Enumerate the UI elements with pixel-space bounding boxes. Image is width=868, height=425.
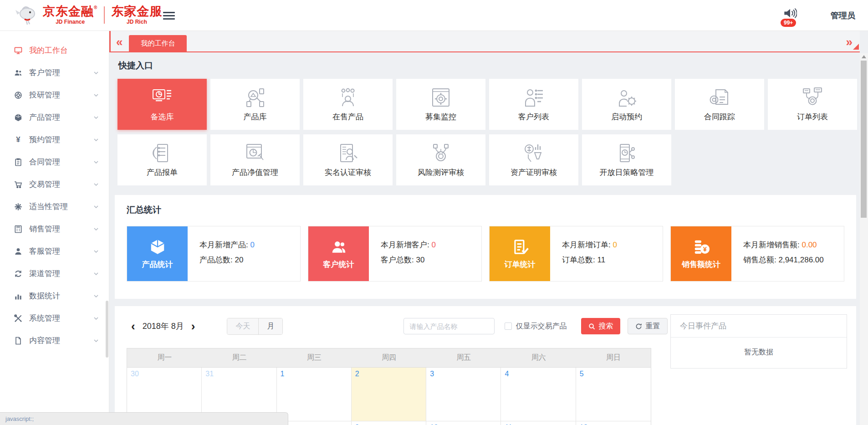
sidebar-item-trade-mgmt[interactable]: 交易管理 (0, 173, 109, 195)
nav-management-icon (243, 143, 267, 164)
stat-line1-value: 0 (250, 241, 254, 249)
stat-line2-label: 客户总数: (381, 256, 414, 264)
sidebar-toggle-button[interactable] (163, 10, 175, 20)
stat-line2-value: 2,941,286.00 (778, 256, 823, 264)
tile-on-sale-products[interactable]: 在售产品 (303, 79, 393, 130)
share-icon (14, 269, 23, 278)
weekday-header: 周三 (277, 348, 352, 367)
tile-risk-assessment-audit[interactable]: 风险测评审核 (396, 134, 485, 185)
weekday-header: 周五 (426, 348, 501, 367)
stat-line2-label: 订单总数: (562, 256, 595, 264)
tile-customer-list[interactable]: 客户列表 (489, 79, 578, 130)
tabs-scroll-left-button[interactable]: « (111, 36, 129, 51)
stat-card-products[interactable]: 产品统计 本月新增产品: 0 产品总数: 20 (127, 226, 301, 282)
today-events-panel: 今日事件产品 暂无数据 (670, 314, 847, 369)
stat-line2-value: 30 (416, 256, 424, 264)
stat-card-label: 销售额统计 (682, 259, 720, 270)
sidebar-item-data-statistics[interactable]: 数据统计 (0, 285, 109, 307)
prev-month-button[interactable]: ‹ (127, 319, 140, 333)
calendar-day-cell[interactable]: 12 (576, 421, 651, 425)
chevron-down-icon (93, 293, 99, 299)
refresh-icon (635, 323, 642, 330)
weekday-header: 周二 (202, 348, 276, 367)
tab-workbench[interactable]: 我的工作台 (129, 35, 187, 51)
file-icon (14, 336, 23, 345)
checkbox-box[interactable] (505, 323, 512, 330)
scrollbar-thumb[interactable] (861, 61, 867, 218)
real-name-audit-icon (336, 143, 360, 164)
start-reservation-icon (615, 87, 638, 108)
search-button[interactable]: 搜索 (581, 318, 620, 334)
calendar-day-cell[interactable]: 9 (352, 421, 426, 425)
sidebar-item-contract-mgmt[interactable]: 合同管理 (0, 151, 109, 173)
sidebar-item-content-mgmt[interactable]: 内容管理 (0, 329, 109, 352)
sidebar-item-label: 我的工作台 (29, 45, 99, 56)
chevron-down-icon (93, 316, 99, 321)
fundraising-monitor-icon (429, 87, 453, 108)
main-scrollbar[interactable] (860, 53, 868, 425)
tile-order-list[interactable]: 订单列表 (768, 79, 857, 130)
stat-line2-value: 11 (597, 256, 605, 264)
scrollbar-up-arrow[interactable] (862, 55, 866, 58)
stat-line2-label: 销售总额: (743, 256, 776, 264)
calendar-day-cell[interactable]: 10 (426, 421, 501, 425)
stat-card-label: 产品统计 (142, 259, 173, 270)
quick-entry-section: 快捷入口 备选库 产品库 在售产品 募集监控 客户列表 (117, 57, 856, 185)
next-month-button[interactable]: › (187, 319, 200, 333)
reset-button-label: 重置 (645, 322, 660, 331)
sidebar-item-reservation-mgmt[interactable]: ¥ 预约管理 (0, 128, 109, 151)
stat-card-sales[interactable]: ¥ 销售额统计 本月新增销售额: 0.00 销售总额: 2,941,286.00 (670, 226, 844, 282)
trade-products-only-checkbox[interactable]: 仅显示交易产品 (505, 322, 567, 331)
person-icon (14, 247, 23, 256)
calendar-day-cell[interactable]: 5 (576, 368, 651, 421)
tile-real-name-audit[interactable]: 实名认证审核 (303, 134, 393, 185)
sidebar-item-label: 渠道管理 (29, 268, 93, 279)
stat-card-label: 订单统计 (505, 259, 536, 270)
sidebar-item-sales-mgmt[interactable]: 销售管理 (0, 218, 109, 240)
bar-chart-icon (14, 292, 23, 301)
sidebar-item-service-mgmt[interactable]: 客服管理 (0, 240, 109, 262)
calendar-day-cell[interactable]: 3 (426, 368, 501, 421)
summary-section: 汇总统计 产品统计 本月新增产品: 0 产品总数: 20 客户统计 本月新增客 (115, 195, 856, 299)
customer-list-icon (522, 87, 546, 108)
logo-secondary-text: 东家金服 (111, 5, 162, 18)
tile-contract-tracking[interactable]: 合同跟踪 (675, 79, 764, 130)
tile-product-declaration[interactable]: 产品报单 (117, 134, 207, 185)
sidebar-item-system-mgmt[interactable]: 系统管理 (0, 307, 109, 329)
current-user-menu[interactable]: 管理员 (831, 10, 855, 21)
sidebar-item-label: 销售管理 (29, 224, 93, 234)
calendar-day-cell[interactable]: 4 (501, 368, 576, 421)
product-name-input[interactable] (403, 318, 495, 334)
logo-primary-text: 京东金融® (43, 5, 97, 18)
tile-open-day-strategy[interactable]: 开放日策略管理 (582, 134, 671, 185)
tile-fundraising-monitor[interactable]: 募集监控 (396, 79, 485, 130)
month-view-button[interactable]: 月 (259, 318, 282, 334)
sidebar-item-product-mgmt[interactable]: 产品管理 (0, 106, 109, 128)
tile-product-library[interactable]: 产品库 (210, 79, 300, 130)
sidebar-item-suitability-mgmt[interactable]: 适当性管理 (0, 195, 109, 218)
tile-label: 备选库 (151, 112, 174, 122)
tile-label: 实名认证审核 (325, 167, 371, 178)
sidebar-scrollbar[interactable] (106, 301, 108, 358)
today-button[interactable]: 今天 (227, 318, 259, 334)
app-header: 京东金融® JD Finance 东家金服 JD Rich 99+ 管理员 (0, 0, 868, 31)
calendar-day-cell-today[interactable]: 2 (352, 368, 426, 421)
sidebar-item-workbench[interactable]: 我的工作台 (0, 39, 109, 61)
tab-corner-marker (853, 44, 859, 50)
tile-label: 风险测评审核 (418, 167, 464, 178)
stat-line1-label: 本月新增产品: (199, 241, 248, 249)
tile-candidate-library[interactable]: 备选库 (117, 79, 207, 130)
stat-card-orders[interactable]: 订单统计 本月新增订单: 0 订单总数: 11 (489, 226, 663, 282)
tile-asset-proof-audit[interactable]: 资产证明审核 (489, 134, 578, 185)
risk-assessment-audit-icon (429, 143, 453, 164)
notifications-button[interactable]: 99+ (783, 7, 799, 22)
reset-button[interactable]: 重置 (628, 318, 668, 334)
sidebar-item-channel-mgmt[interactable]: 渠道管理 (0, 262, 109, 285)
stat-card-customers[interactable]: 客户统计 本月新增客户: 0 客户总数: 30 (308, 226, 482, 282)
sidebar-item-research-mgmt[interactable]: 投研管理 (0, 84, 109, 106)
tile-start-reservation[interactable]: 启动预约 (582, 79, 671, 130)
sidebar-item-customer-mgmt[interactable]: 客户管理 (0, 61, 109, 84)
calculator-icon (14, 225, 23, 234)
calendar-day-cell[interactable]: 11 (501, 421, 576, 425)
tile-nav-management[interactable]: 产品净值管理 (210, 134, 300, 185)
